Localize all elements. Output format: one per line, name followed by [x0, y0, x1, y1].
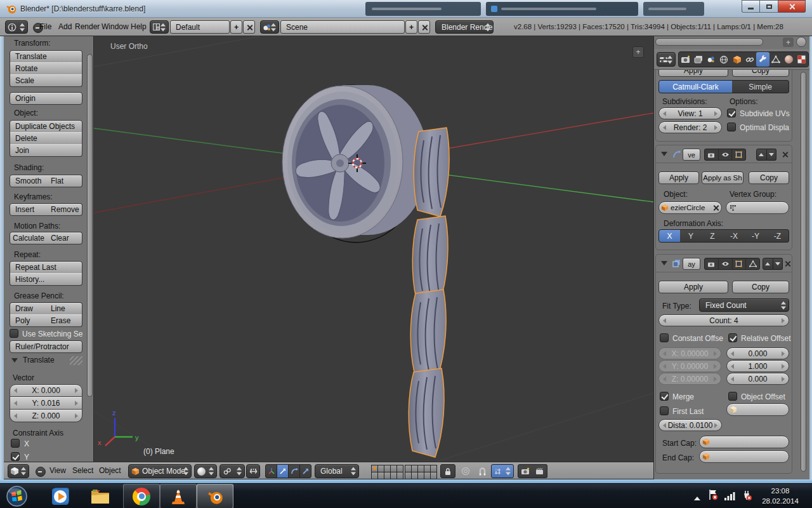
constraint-y-checkbox[interactable] [11, 452, 20, 461]
layer-cell[interactable] [391, 465, 396, 472]
editor-type-button-3dview[interactable] [8, 464, 29, 478]
toggle-render-visibility[interactable] [705, 149, 719, 160]
screen-layout-delete-button[interactable] [243, 20, 255, 34]
object-offset-checkbox[interactable] [728, 392, 737, 401]
chrome-taskbar-button[interactable] [123, 484, 160, 508]
curve-object-field[interactable]: ezierCircle [658, 201, 722, 214]
tray-expand-arrow[interactable] [694, 493, 700, 500]
layer-cell[interactable] [405, 472, 411, 479]
subsurf-render-field[interactable]: Render: 2 [658, 121, 722, 133]
relative-z-field[interactable]: 0.000 [726, 373, 789, 385]
subdivide-uvs-checkbox[interactable] [727, 109, 736, 117]
array-modifier-name-field[interactable]: ay [683, 258, 700, 270]
ruler-protractor-button[interactable]: Ruler/Protractor [10, 340, 82, 353]
start-cap-field[interactable] [699, 436, 789, 448]
toggle-render-visibility[interactable] [705, 258, 719, 269]
constraint-x-checkbox[interactable] [11, 439, 20, 448]
toggle-editmode-display[interactable] [732, 149, 745, 160]
properties-pin-icon[interactable] [796, 37, 806, 47]
smooth-button[interactable]: Smooth [10, 175, 46, 187]
constant-offset-checkbox[interactable] [660, 333, 669, 342]
layer-cell[interactable] [397, 472, 403, 479]
layer-cell[interactable] [378, 465, 384, 472]
background-window-tab[interactable] [486, 2, 638, 16]
manipulator-rotate-button[interactable] [288, 464, 300, 478]
remove-keyframe-button[interactable]: Remove [46, 203, 82, 216]
properties-hscrollbar[interactable] [655, 38, 763, 46]
power-plug-icon[interactable] [741, 490, 752, 501]
layer-cell[interactable] [397, 465, 403, 472]
menu-object[interactable]: Object [99, 466, 121, 475]
network-signal-icon[interactable] [724, 491, 736, 500]
grease-draw-button[interactable]: Draw [10, 302, 46, 315]
layer-cell[interactable] [418, 465, 424, 472]
relative-y-field[interactable]: 1.000 [726, 360, 789, 372]
tab-render-layers[interactable] [691, 55, 704, 64]
scene-delete-button[interactable] [418, 20, 430, 34]
layer-cell[interactable] [431, 465, 436, 472]
clear-object-icon[interactable] [712, 204, 719, 211]
toggle-on-cage-display[interactable] [746, 258, 759, 269]
array-modifier-header[interactable]: ay [656, 255, 792, 272]
mode-select[interactable]: Object Mode [128, 464, 192, 478]
deform-axis-neg-z[interactable]: -Z [766, 229, 789, 243]
scene-icon-button[interactable] [260, 20, 279, 34]
curve-modifier-header[interactable]: ve [656, 145, 792, 163]
deform-axis-x[interactable]: X [658, 229, 681, 243]
vector-z-field[interactable]: Z: 0.000 [10, 410, 82, 422]
manipulate-centers-button[interactable] [246, 464, 260, 478]
menu-render[interactable]: Render [75, 22, 100, 31]
layer-cell[interactable] [424, 472, 430, 479]
vector-x-field[interactable]: X: 0.000 [10, 384, 82, 397]
delete-modifier-button[interactable] [784, 260, 791, 267]
properties-vscrollbar[interactable] [801, 72, 806, 472]
action-center-icon[interactable] [708, 489, 718, 502]
wheel-rim-object[interactable] [282, 85, 428, 238]
move-modifier-down-button[interactable] [767, 149, 777, 161]
move-modifier-up-button[interactable] [756, 149, 767, 161]
optimal-display-checkbox[interactable] [727, 123, 736, 131]
lock-to-scene-button[interactable] [440, 464, 455, 478]
layer-cell[interactable] [391, 472, 396, 479]
menu-file[interactable]: File [39, 22, 51, 31]
snap-toggle-button[interactable] [475, 464, 490, 478]
close-button[interactable] [778, 0, 806, 13]
fit-type-select[interactable]: Fixed Count [699, 298, 789, 312]
tool-shelf-scrollbar[interactable] [87, 54, 93, 397]
operator-panel-header[interactable]: Translate [4, 354, 88, 368]
layer-cell[interactable] [372, 472, 377, 479]
grease-poly-button[interactable]: Poly [10, 314, 46, 327]
toggle-viewport-visibility[interactable] [719, 258, 733, 269]
manipulator-toggle-button[interactable] [265, 464, 277, 478]
merge-distance-field[interactable]: Dista: 0.0100 [658, 419, 722, 431]
first-last-checkbox[interactable] [660, 406, 669, 415]
menu-select[interactable]: Select [72, 466, 93, 475]
layer-cell[interactable] [405, 465, 411, 472]
layer-cell[interactable] [378, 472, 384, 479]
media-player-icon[interactable] [51, 487, 70, 506]
scene-field[interactable]: Scene [280, 20, 405, 34]
panel-drag-grip[interactable] [70, 356, 82, 365]
rotate-button[interactable]: Rotate [10, 62, 82, 75]
collapse-menus-button[interactable] [36, 467, 46, 477]
array-apply-button[interactable]: Apply [658, 281, 728, 293]
clear-button[interactable]: Clear [46, 232, 82, 244]
repeat-last-button[interactable]: Repeat Last [10, 261, 82, 274]
vertex-group-field[interactable] [726, 201, 789, 214]
layer-cell[interactable] [418, 472, 424, 479]
tab-material[interactable] [782, 55, 795, 64]
grease-erase-button[interactable]: Erase [46, 314, 82, 327]
menu-window[interactable]: Window [102, 22, 129, 31]
screen-layout-field[interactable]: Default [170, 20, 230, 34]
open-properties-region-button[interactable]: + [632, 46, 644, 58]
expand-triangle-icon[interactable] [661, 152, 667, 156]
viewport-shading-select[interactable] [194, 464, 217, 478]
properties-expand-button[interactable]: + [783, 37, 794, 47]
opengl-render-anim-button[interactable] [532, 464, 547, 478]
join-button[interactable]: Join [10, 144, 82, 157]
translate-button[interactable]: Translate [10, 50, 82, 63]
grease-line-button[interactable]: Line [46, 302, 82, 315]
use-sketching-checkbox[interactable] [10, 329, 18, 338]
array-copy-button[interactable]: Copy [732, 281, 789, 293]
pivot-point-select[interactable] [219, 464, 245, 478]
